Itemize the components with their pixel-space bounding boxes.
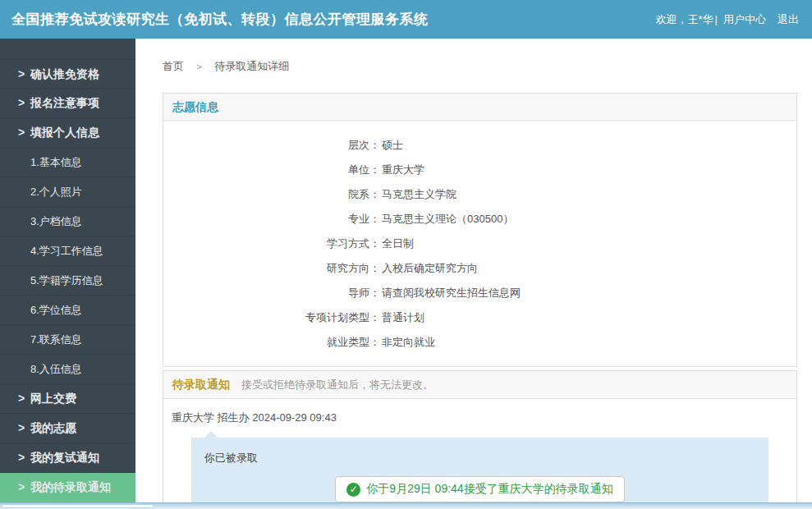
sidebar-item-label: 我的志愿 [30,414,76,443]
field-label: 学习方式： [163,232,380,256]
sidebar-item-label: 我的复试通知 [30,443,99,472]
sidebar-item-label: 6.学位信息 [30,296,82,324]
field-label: 层次： [163,133,380,158]
field-label: 单位： [163,158,380,182]
chevron-right-icon: > [18,384,30,413]
app-title: 全国推荐免试攻读研究生（免初试、转段）信息公开管理服务系统 [11,10,656,29]
sidebar-item-my-retest-notice[interactable]: > 我的复试通知 [0,443,135,473]
breadcrumb-current: 待录取通知详细 [214,60,289,72]
chevron-right-icon: > [18,414,30,443]
field-value: 马克思主义理论（030500） [380,207,796,232]
breadcrumb-home[interactable]: 首页 [163,60,184,72]
field-value: 普通计划 [380,305,796,330]
sidebar-item-label: 3.户档信息 [30,207,82,236]
breadcrumb: 首页 ＞ 待录取通知详细 [163,59,812,74]
admission-notice-panel: 待录取通知 接受或拒绝待录取通知后，将无法更改。 重庆大学 招生办 2024-0… [163,370,797,502]
header-user-area: 欢迎，王*华 | 用户中心 退出 [656,12,799,27]
admission-panel-header: 待录取通知 接受或拒绝待录取通知后，将无法更改。 [163,371,796,399]
admission-panel-title: 待录取通知 [172,378,230,391]
sidebar-item-contact-info[interactable]: 7.联系信息 [0,325,135,355]
sidebar-item-photo[interactable]: 2.个人照片 [0,177,135,207]
chevron-right-icon: > [18,473,30,502]
sidebar-item-label: 1.基本信息 [30,148,82,177]
volunteer-fields: 层次： 硕士 单位： 重庆大学 院系： 马克思主义学院 专业： 马克思主义理论（… [163,121,796,366]
sidebar-item-online-payment[interactable]: > 网上交费 [0,384,135,414]
header-divider: | [715,13,718,25]
volunteer-info-panel: 志愿信息 层次： 硕士 单位： 重庆大学 院系： 马克思主义学院 专业： 马克思… [163,93,797,367]
chevron-right-icon: > [18,118,30,147]
sidebar-item-my-volunteer[interactable]: > 我的志愿 [0,414,135,443]
sidebar-item-registration-notes[interactable]: > 报名注意事项 [0,89,135,118]
field-row-major: 专业： 马克思主义理论（030500） [163,207,796,232]
field-value: 全日制 [380,232,796,256]
sidebar-nav: > 确认推免资格 > 报名注意事项 > 填报个人信息 1.基本信息 2.个人照片… [0,39,135,502]
sidebar-item-basic-info[interactable]: 1.基本信息 [0,148,135,177]
sidebar-item-label: 8.入伍信息 [30,355,82,383]
field-value: 请查阅我校研究生招生信息网 [380,281,796,305]
horizontal-scrollbar[interactable] [0,502,812,509]
check-circle-icon: ✓ [346,483,360,497]
horizontal-scrollbar-thumb[interactable] [2,504,154,508]
notice-sender-timestamp: 重庆大学 招生办 2024-09-29 09:43 [163,399,796,425]
chevron-right-icon: > [18,60,30,89]
sidebar-item-label: 7.联系信息 [30,325,82,354]
sidebar-item-label: 网上交费 [30,384,76,413]
field-row-research-direction: 研究方向： 入校后确定研究方向 [163,256,796,281]
field-row-level: 层次： 硕士 [163,133,796,158]
breadcrumb-separator-icon: ＞ [195,61,204,72]
sidebar-item-label: 4.学习工作信息 [30,236,103,265]
field-label: 研究方向： [163,256,380,281]
sidebar-item-household-file[interactable]: 3.户档信息 [0,207,135,236]
volunteer-panel-header: 志愿信息 [163,94,796,121]
sidebar-item-student-status-info[interactable]: 5.学籍学历信息 [0,266,135,296]
chevron-right-icon: > [18,89,30,117]
sidebar-item-personal-info[interactable]: > 填报个人信息 [0,118,135,148]
logout-link[interactable]: 退出 [778,12,799,27]
field-value: 非定向就业 [380,330,796,355]
chevron-right-icon: > [18,443,30,472]
field-row-unit: 单位： 重庆大学 [163,158,796,182]
sidebar-item-study-work-info[interactable]: 4.学习工作信息 [0,236,135,266]
notice-message-bubble: 你已被录取 ✓ 你于9月29日 09:44接受了重庆大学的待录取通知 [191,438,768,502]
field-row-study-mode: 学习方式： 全日制 [163,232,796,256]
accept-status-box[interactable]: ✓ 你于9月29日 09:44接受了重庆大学的待录取通知 [335,476,624,502]
app-header: 全国推荐免试攻读研究生（免初试、转段）信息公开管理服务系统 欢迎，王*华 | 用… [0,0,812,39]
field-value: 马克思主义学院 [380,182,796,207]
field-row-special-plan: 专项计划类型： 普通计划 [163,305,796,330]
accept-status-text: 你于9月29日 09:44接受了重庆大学的待录取通知 [366,482,612,497]
sidebar-item-my-admission-notice[interactable]: > 我的待录取通知 [0,473,135,502]
field-label: 专业： [163,207,380,232]
user-center-link[interactable]: 用户中心 [723,12,766,27]
admitted-message: 你已被录取 [204,451,755,465]
sidebar-item-label: 5.学籍学历信息 [30,266,103,295]
field-row-employment-type: 就业类型： 非定向就业 [163,330,796,355]
sidebar-item-label: 填报个人信息 [30,118,99,147]
field-label: 专项计划类型： [163,305,380,330]
field-row-department: 院系： 马克思主义学院 [163,182,796,207]
sidebar-item-label: 2.个人照片 [30,177,82,206]
field-label: 院系： [163,182,380,207]
field-value: 入校后确定研究方向 [380,256,796,281]
field-value: 重庆大学 [380,158,796,182]
sidebar-item-label: 报名注意事项 [30,89,99,117]
field-label: 就业类型： [163,330,380,355]
admission-panel-note: 接受或拒绝待录取通知后，将无法更改。 [241,378,434,391]
sidebar-item-confirm-qualification[interactable]: > 确认推免资格 [0,59,135,89]
welcome-text: 欢迎，王*华 [656,12,713,27]
field-value: 硕士 [380,133,796,158]
sidebar-item-label: 确认推免资格 [30,60,99,89]
sidebar-item-label: 我的待录取通知 [30,473,111,502]
field-label: 导师： [163,281,380,305]
field-row-advisor: 导师： 请查阅我校研究生招生信息网 [163,281,796,305]
sidebar-item-enlistment-info[interactable]: 8.入伍信息 [0,355,135,384]
sidebar-item-degree-info[interactable]: 6.学位信息 [0,296,135,325]
main-content: 首页 ＞ 待录取通知详细 志愿信息 层次： 硕士 单位： 重庆大学 院系： 马克… [135,39,812,502]
volunteer-panel-title: 志愿信息 [172,100,218,113]
